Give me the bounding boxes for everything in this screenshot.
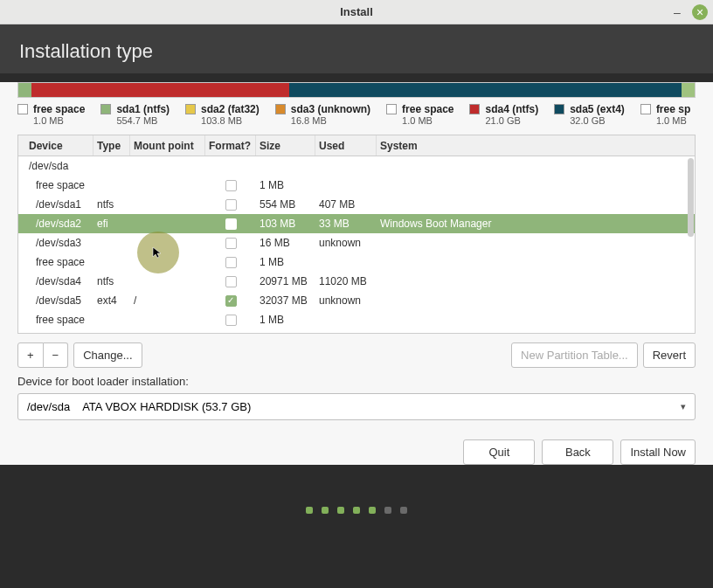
cell-format[interactable]	[205, 238, 256, 249]
cell-format[interactable]	[205, 315, 256, 326]
legend-name: sda1 (ntfs)	[116, 103, 170, 115]
table-row[interactable]: /dev/sda316 MBunknown	[18, 233, 695, 252]
col-size[interactable]: Size	[256, 135, 315, 156]
cell-size: 32037 MB	[256, 294, 315, 307]
legend-item: sda2 (fat32)103.8 MB	[185, 103, 260, 126]
disk-usage-bar	[17, 82, 696, 98]
revert-button[interactable]: Revert	[643, 342, 696, 368]
legend-swatch	[185, 104, 196, 114]
format-checkbox[interactable]	[225, 295, 237, 307]
table-header: Device Type Mount point Format? Size Use…	[18, 135, 695, 156]
table-row[interactable]: /dev/sda4ntfs20971 MB11020 MB	[18, 272, 695, 291]
table-row[interactable]: /dev/sda2efi103 MB33 MBWindows Boot Mana…	[18, 214, 695, 233]
col-used[interactable]: Used	[315, 135, 377, 156]
progress-dot	[337, 507, 344, 514]
table-row[interactable]: free space1 MB	[18, 176, 695, 195]
table-row[interactable]: /dev/sda	[18, 156, 695, 176]
legend-item: sda1 (ntfs)554.7 MB	[100, 103, 170, 126]
legend-item: sda4 (ntfs)21.0 GB	[469, 103, 538, 126]
cell-size: 554 MB	[256, 198, 315, 211]
legend-item: free sp1.0 MB	[640, 103, 690, 126]
chevron-down-icon: ▾	[681, 401, 686, 412]
legend-swatch	[275, 104, 286, 114]
partition-toolbar: + − Change... New Partition Table... Rev…	[17, 342, 696, 368]
legend-size: 1.0 MB	[402, 115, 433, 126]
legend-item: free space1.0 MB	[17, 103, 85, 126]
table-row[interactable]: free space1 MB	[18, 310, 695, 329]
legend-swatch	[17, 104, 28, 114]
cell-type: ntfs	[93, 198, 130, 211]
add-partition-button[interactable]: +	[17, 342, 44, 368]
col-type[interactable]: Type	[93, 135, 130, 156]
legend-size: 1.0 MB	[33, 115, 64, 126]
format-checkbox[interactable]	[225, 257, 237, 268]
cell-device: /dev/sda	[25, 160, 93, 172]
quit-button[interactable]: Quit	[463, 439, 535, 465]
format-checkbox[interactable]	[225, 180, 237, 191]
legend-item: free space1.0 MB	[386, 103, 453, 126]
disk-segment	[289, 83, 682, 97]
close-button[interactable]: ×	[692, 4, 708, 20]
legend-swatch	[100, 104, 111, 114]
legend-item: sda3 (unknown)16.8 MB	[275, 103, 370, 126]
legend-swatch	[554, 104, 564, 114]
cell-device: /dev/sda4	[25, 275, 93, 287]
table-row[interactable]: /dev/sda1ntfs554 MB407 MB	[18, 195, 695, 214]
window-title: Install	[340, 5, 373, 18]
format-checkbox[interactable]	[225, 315, 237, 326]
disk-segment	[18, 83, 31, 97]
cell-format[interactable]	[205, 295, 256, 307]
legend-name: sda3 (unknown)	[291, 103, 370, 115]
legend-name: free space	[33, 103, 85, 115]
format-checkbox[interactable]	[225, 276, 237, 287]
cell-used: unknown	[315, 294, 377, 307]
content-area: free space1.0 MBsda1 (ntfs)554.7 MBsda2 …	[0, 82, 713, 465]
legend-item: sda5 (ext4)32.0 GB	[554, 103, 625, 126]
bootloader-select[interactable]: /dev/sda ATA VBOX HARDDISK (53.7 GB) ▾	[17, 393, 696, 420]
cell-format[interactable]	[205, 199, 256, 211]
legend-size: 32.0 GB	[570, 115, 605, 126]
partition-table[interactable]: Device Type Mount point Format? Size Use…	[17, 135, 696, 334]
bootloader-label: Device for boot loader installation:	[17, 375, 696, 388]
format-checkbox[interactable]	[225, 199, 237, 211]
window-controls: – ×	[669, 4, 708, 20]
legend-name: sda4 (ntfs)	[485, 103, 538, 115]
install-now-button[interactable]: Install Now	[620, 439, 696, 465]
cell-device: free space	[25, 179, 93, 191]
cell-type: ext4	[93, 294, 130, 307]
progress-dot	[353, 507, 360, 514]
table-scrollbar[interactable]	[688, 158, 694, 237]
legend-swatch	[386, 104, 397, 114]
back-button[interactable]: Back	[542, 439, 613, 465]
cell-format[interactable]	[205, 180, 256, 191]
col-device[interactable]: Device	[25, 135, 93, 156]
legend-name: free space	[402, 103, 453, 115]
legend-swatch	[469, 104, 480, 114]
cell-format[interactable]	[205, 276, 256, 287]
col-format[interactable]: Format?	[205, 135, 256, 156]
new-partition-table-button[interactable]: New Partition Table...	[511, 342, 638, 368]
cell-format[interactable]	[205, 218, 256, 230]
cell-device: free space	[25, 256, 93, 268]
col-mount[interactable]: Mount point	[130, 135, 205, 156]
format-checkbox[interactable]	[225, 238, 237, 249]
progress-dot	[384, 507, 391, 514]
format-checkbox[interactable]	[225, 218, 237, 230]
cell-format[interactable]	[205, 257, 256, 268]
partition-legend: free space1.0 MBsda1 (ntfs)554.7 MBsda2 …	[17, 103, 696, 126]
table-row[interactable]: /dev/sda5ext4/32037 MBunknown	[18, 291, 695, 310]
legend-swatch	[640, 104, 651, 114]
cell-used: 33 MB	[315, 218, 377, 230]
legend-name: sda5 (ext4)	[570, 103, 625, 115]
cell-used: unknown	[315, 237, 377, 249]
change-partition-button[interactable]: Change...	[73, 342, 142, 368]
minimize-button[interactable]: –	[669, 4, 685, 20]
col-system[interactable]: System	[377, 135, 688, 156]
remove-partition-button[interactable]: −	[44, 342, 69, 368]
legend-size: 1.0 MB	[656, 115, 687, 126]
cell-size: 20971 MB	[256, 275, 315, 287]
progress-dot	[322, 507, 329, 514]
table-row[interactable]: free space1 MB	[18, 252, 695, 272]
progress-dots	[0, 481, 713, 540]
cell-device: /dev/sda2	[25, 218, 93, 230]
